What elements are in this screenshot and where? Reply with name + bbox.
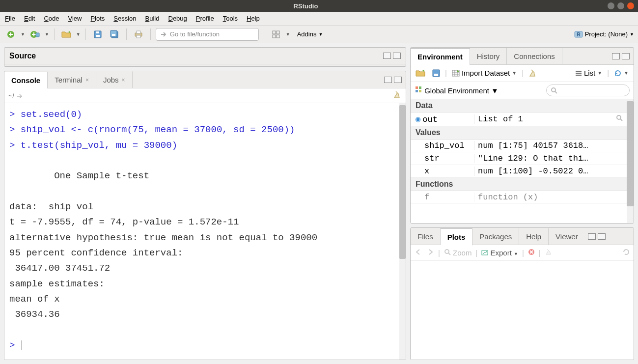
env-row-shipvol[interactable]: ship_vol num [1:75] 40157 3618… bbox=[411, 140, 634, 152]
goto-file-input[interactable]: Go to file/function bbox=[156, 28, 259, 41]
env-row-str[interactable]: str "Line 129: O that thi… bbox=[411, 152, 634, 165]
clear-console-icon[interactable] bbox=[393, 90, 402, 101]
source-maximize-icon[interactable] bbox=[393, 53, 401, 59]
project-label: Project: (None) bbox=[585, 30, 628, 38]
env-scrollbar[interactable] bbox=[627, 99, 634, 223]
new-project-button[interactable] bbox=[28, 28, 42, 41]
main-toolbar: ▼ ▼ ▼ Go to file/function ▼ Addins ▼ R P… bbox=[0, 26, 638, 43]
menu-help[interactable]: Help bbox=[247, 15, 260, 22]
svg-point-27 bbox=[445, 250, 449, 253]
import-dataset-button[interactable]: Import Dataset ▼ bbox=[450, 68, 519, 78]
clear-plots-button[interactable] bbox=[545, 248, 553, 257]
project-menu[interactable]: R Project: (None) ▼ bbox=[574, 30, 634, 39]
window-title: RStudio bbox=[4, 2, 608, 10]
expand-icon[interactable]: ◉ bbox=[416, 115, 420, 124]
menu-edit[interactable]: Edit bbox=[24, 15, 35, 22]
inspect-icon[interactable] bbox=[616, 114, 623, 124]
save-workspace-button[interactable] bbox=[430, 68, 442, 78]
svg-rect-8 bbox=[112, 34, 115, 36]
open-file-button[interactable] bbox=[59, 28, 73, 41]
source-pane: Source bbox=[4, 47, 406, 67]
env-data-header: Data bbox=[411, 99, 634, 112]
svg-rect-11 bbox=[137, 35, 140, 38]
close-icon[interactable]: × bbox=[85, 77, 89, 84]
menu-session[interactable]: Session bbox=[113, 15, 136, 22]
console-minimize-icon[interactable] bbox=[384, 77, 392, 83]
plot-forward-button[interactable] bbox=[426, 249, 434, 257]
svg-text:R: R bbox=[577, 32, 581, 37]
console-maximize-icon[interactable] bbox=[394, 77, 402, 83]
menu-plots[interactable]: Plots bbox=[90, 15, 105, 22]
plots-pane: Files Plots Packages Help Viewer | Zoom … bbox=[410, 227, 634, 360]
tab-viewer[interactable]: Viewer bbox=[549, 228, 585, 245]
right-column: Environment History Connections | Import… bbox=[408, 43, 638, 364]
svg-rect-12 bbox=[273, 31, 276, 34]
tab-console[interactable]: Console bbox=[4, 72, 48, 89]
list-view-button[interactable]: List ▼ bbox=[573, 68, 604, 78]
source-header: Source bbox=[4, 48, 406, 64]
menu-tools[interactable]: Tools bbox=[223, 15, 238, 22]
menu-view[interactable]: View bbox=[68, 15, 82, 22]
svg-rect-5 bbox=[96, 31, 99, 33]
console-scrollbar[interactable] bbox=[399, 103, 406, 360]
zoom-button[interactable]: Zoom bbox=[444, 249, 472, 257]
refresh-env-button[interactable]: ▼ bbox=[612, 68, 631, 78]
svg-rect-19 bbox=[434, 74, 438, 76]
tab-connections[interactable]: Connections bbox=[507, 48, 562, 64]
menu-file[interactable]: File bbox=[5, 15, 15, 22]
scope-selector[interactable]: Global Environment ▼ bbox=[415, 85, 499, 95]
menu-build[interactable]: Build bbox=[145, 15, 160, 22]
env-row-f[interactable]: f function (x) bbox=[411, 191, 634, 204]
plot-back-button[interactable] bbox=[415, 249, 422, 257]
environment-pane: Environment History Connections | Import… bbox=[410, 47, 634, 224]
close-button[interactable] bbox=[627, 2, 634, 9]
tab-environment[interactable]: Environment bbox=[411, 48, 470, 65]
plots-tabs: Files Plots Packages Help Viewer bbox=[411, 228, 634, 245]
maximize-button[interactable] bbox=[617, 2, 624, 9]
env-row-x[interactable]: x num [1:100] -0.5022 0… bbox=[411, 165, 634, 178]
svg-rect-21 bbox=[416, 86, 418, 89]
tab-packages[interactable]: Packages bbox=[472, 228, 519, 245]
console-pane: Console Terminal× Jobs× ~/ > set.seed(0)… bbox=[4, 71, 406, 360]
console-subtoolbar: ~/ bbox=[4, 88, 406, 103]
menu-profile[interactable]: Profile bbox=[196, 15, 214, 22]
tab-files[interactable]: Files bbox=[411, 228, 441, 245]
console-body[interactable]: > set.seed(0)> ship_vol <- c(rnorm(75, m… bbox=[4, 103, 406, 360]
clear-env-button[interactable] bbox=[527, 68, 539, 79]
r-logo-icon: R bbox=[574, 30, 583, 39]
menu-debug[interactable]: Debug bbox=[168, 15, 187, 22]
tab-help[interactable]: Help bbox=[519, 228, 549, 245]
tab-history[interactable]: History bbox=[470, 48, 507, 64]
env-scope-bar: Global Environment ▼ bbox=[411, 82, 634, 99]
window-controls bbox=[608, 2, 634, 9]
tab-terminal[interactable]: Terminal× bbox=[48, 71, 96, 88]
tab-plots[interactable]: Plots bbox=[441, 228, 473, 246]
close-icon[interactable]: × bbox=[122, 77, 125, 84]
source-minimize-icon[interactable] bbox=[383, 53, 391, 59]
print-button[interactable] bbox=[132, 28, 145, 41]
env-row-out[interactable]: ◉out List of 1 bbox=[411, 112, 634, 126]
env-minimize-icon[interactable] bbox=[612, 53, 620, 59]
env-functions-header: Functions bbox=[411, 178, 634, 191]
grid-button[interactable] bbox=[269, 28, 283, 41]
working-dir[interactable]: ~/ bbox=[8, 92, 23, 100]
plots-toolbar: | Zoom | Export ▼ | | bbox=[411, 245, 634, 261]
save-all-button[interactable] bbox=[108, 28, 121, 41]
export-button[interactable]: Export ▼ bbox=[481, 249, 518, 257]
menu-code[interactable]: Code bbox=[44, 15, 59, 22]
plots-maximize-icon[interactable] bbox=[598, 233, 606, 240]
save-button[interactable] bbox=[91, 28, 105, 41]
remove-plot-button[interactable] bbox=[528, 249, 535, 257]
minimize-button[interactable] bbox=[608, 2, 614, 9]
new-file-button[interactable] bbox=[4, 28, 18, 41]
load-workspace-button[interactable] bbox=[414, 68, 427, 78]
env-search-input[interactable] bbox=[546, 84, 630, 96]
tab-jobs[interactable]: Jobs× bbox=[96, 71, 133, 88]
addins-menu[interactable]: Addins ▼ bbox=[297, 30, 323, 38]
refresh-plot-button[interactable] bbox=[623, 249, 630, 257]
env-toolbar: | Import Dataset ▼ | List ▼ | ▼ bbox=[411, 65, 634, 82]
svg-rect-10 bbox=[137, 31, 140, 33]
plots-minimize-icon[interactable] bbox=[588, 233, 596, 240]
env-maximize-icon[interactable] bbox=[622, 53, 630, 59]
svg-rect-14 bbox=[273, 35, 276, 38]
